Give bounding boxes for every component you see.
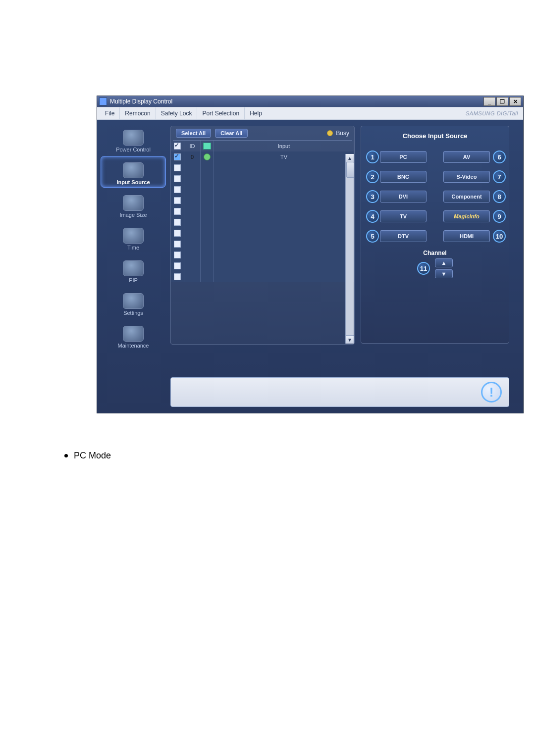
status-ok-icon — [204, 153, 211, 160]
menu-file[interactable]: File — [100, 107, 119, 119]
clear-all-button[interactable]: Clear All — [215, 129, 248, 138]
menu-port-selection[interactable]: Port Selection — [197, 107, 244, 119]
restore-button[interactable]: ❐ — [496, 97, 508, 106]
source-button-magicinfo[interactable]: MagicInfo — [443, 210, 490, 222]
channel-up-button[interactable]: ▲ — [435, 258, 453, 267]
source-badge: 3 — [366, 190, 379, 203]
channel-label: Channel — [423, 250, 446, 256]
sidebar-item-input-source[interactable]: Input Source — [101, 156, 165, 187]
source-button-hdmi[interactable]: HDMI — [443, 230, 490, 242]
row-checkbox[interactable] — [174, 241, 181, 248]
row-checkbox[interactable] — [174, 208, 181, 215]
close-button[interactable]: ✕ — [509, 97, 521, 106]
app-window: Multiple Display Control _ ❐ ✕ File Remo… — [97, 96, 524, 413]
sidebar-item-settings[interactable]: Settings — [101, 287, 165, 318]
source-badge: 4 — [366, 210, 379, 223]
window-title: Multiple Display Control — [110, 98, 172, 105]
row-id — [184, 184, 201, 195]
status-bar: ! — [170, 377, 509, 407]
sidebar-item-image-size[interactable]: Image Size — [101, 189, 165, 220]
col-input: Input — [214, 141, 354, 151]
row-checkbox[interactable] — [174, 252, 181, 258]
menu-help[interactable]: Help — [244, 107, 267, 119]
col-id: ID — [184, 141, 201, 151]
source-badge: 5 — [366, 230, 379, 243]
source-button-pc[interactable]: PC — [380, 151, 427, 163]
titlebar: Multiple Display Control _ ❐ ✕ — [97, 96, 523, 107]
table-row[interactable] — [171, 195, 354, 206]
sidebar-item-label: Input Source — [116, 179, 150, 185]
row-input — [214, 195, 354, 206]
sidebar-item-pip[interactable]: PIP — [101, 254, 165, 285]
row-id — [184, 250, 201, 260]
scroll-thumb[interactable] — [346, 162, 354, 178]
row-input — [214, 184, 354, 195]
table-row[interactable]: 0TV — [171, 151, 354, 162]
row-checkbox[interactable] — [174, 186, 181, 193]
sidebar-item-label: Settings — [123, 310, 143, 316]
row-input: TV — [214, 151, 354, 162]
row-checkbox[interactable] — [174, 153, 181, 160]
menubar: File Remocon Safety Lock Port Selection … — [97, 107, 523, 120]
table-row[interactable] — [171, 239, 354, 250]
table-row[interactable] — [171, 184, 354, 195]
source-badge: 7 — [493, 170, 506, 183]
source-button-tv[interactable]: TV — [380, 210, 427, 222]
source-button-bnc[interactable]: BNC — [380, 171, 427, 183]
input-source-icon — [123, 162, 144, 178]
table-row[interactable] — [171, 217, 354, 228]
table-row[interactable] — [171, 206, 354, 217]
time-icon — [123, 228, 144, 244]
row-id — [184, 217, 201, 228]
row-checkbox[interactable] — [174, 273, 181, 280]
minimize-button[interactable]: _ — [483, 97, 495, 106]
row-id: 0 — [184, 151, 201, 162]
row-checkbox[interactable] — [174, 197, 181, 204]
table-row[interactable] — [171, 250, 354, 260]
brand-label: SAMSUNG DIGITall — [466, 110, 520, 116]
sidebar-item-time[interactable]: Time — [101, 222, 165, 252]
row-input — [214, 260, 354, 271]
settings-icon — [123, 293, 144, 309]
sidebar-item-label: PIP — [129, 277, 138, 283]
sidebar-item-label: Power Control — [116, 147, 151, 152]
menu-safety-lock[interactable]: Safety Lock — [156, 107, 197, 119]
busy-icon — [327, 130, 333, 136]
panel-title: Choose Input Source — [366, 132, 504, 140]
table-row[interactable] — [171, 271, 354, 282]
source-button-av[interactable]: AV — [443, 151, 490, 163]
page-caption: PC Mode — [64, 451, 111, 461]
channel-down-button[interactable]: ▼ — [435, 269, 453, 278]
busy-indicator: Busy — [327, 130, 349, 137]
row-checkbox[interactable] — [174, 262, 181, 269]
app-icon — [99, 98, 107, 105]
row-input — [214, 206, 354, 217]
source-button-component[interactable]: Component — [443, 191, 490, 202]
row-id — [184, 195, 201, 206]
table-row[interactable] — [171, 173, 354, 184]
table-row[interactable] — [171, 162, 354, 173]
display-list-panel: Select All Clear All Busy ID Input — [170, 126, 355, 345]
menu-remocon[interactable]: Remocon — [119, 107, 155, 119]
source-button-dvi[interactable]: DVI — [380, 191, 427, 202]
scrollbar[interactable]: ▲ ▼ — [345, 154, 354, 344]
power-icon — [123, 130, 144, 146]
header-checkbox[interactable] — [174, 143, 181, 150]
row-checkbox[interactable] — [174, 164, 181, 171]
table-row[interactable] — [171, 228, 354, 239]
channel-area: Channel 11 ▲ ▼ — [366, 250, 504, 278]
row-input — [214, 239, 354, 250]
row-checkbox[interactable] — [174, 230, 181, 237]
sidebar-item-maintenance[interactable]: Maintenance — [101, 320, 165, 351]
sidebar-item-power-control[interactable]: Power Control — [101, 124, 165, 154]
row-checkbox[interactable] — [174, 175, 181, 182]
scroll-down[interactable]: ▼ — [346, 335, 354, 344]
source-button-s-video[interactable]: S-Video — [443, 171, 490, 183]
scroll-up[interactable]: ▲ — [346, 154, 354, 162]
row-id — [184, 206, 201, 217]
select-all-button[interactable]: Select All — [176, 129, 211, 138]
app-body: Power Control Input Source Image Size Ti… — [97, 120, 523, 413]
source-button-dtv[interactable]: DTV — [380, 230, 427, 242]
table-row[interactable] — [171, 260, 354, 271]
row-checkbox[interactable] — [174, 219, 181, 226]
